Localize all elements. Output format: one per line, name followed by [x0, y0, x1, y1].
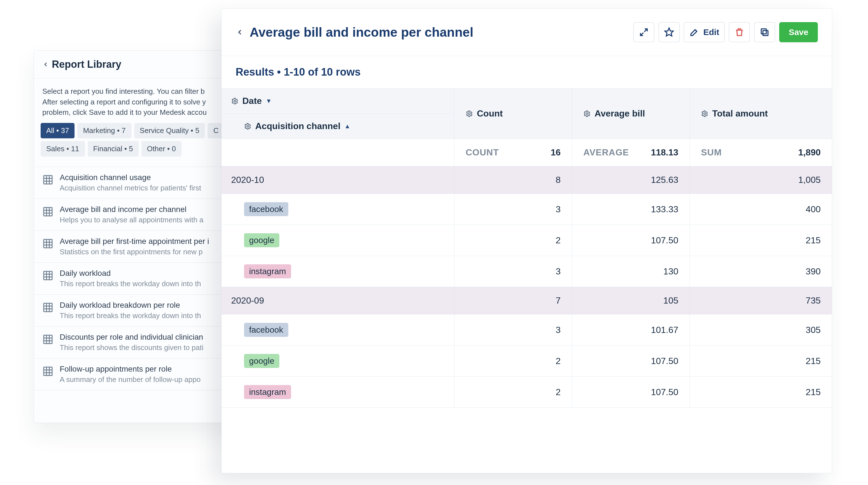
column-count-label: Count: [477, 108, 503, 119]
cell-avg: 107.50: [572, 377, 689, 408]
cell-count: 7: [454, 287, 572, 314]
report-item-subtitle: This report breaks the workday down into…: [60, 280, 201, 288]
delete-button[interactable]: [729, 22, 750, 42]
chevron-left-icon[interactable]: [236, 28, 244, 36]
report-header: Average bill and income per channel Edit…: [222, 9, 832, 56]
dimension-date[interactable]: Date ▼: [222, 89, 454, 114]
table-row: google2107.50215: [222, 346, 832, 377]
report-table: Date ▼ Acquisition channel ▲ Count Avera…: [222, 88, 832, 408]
column-total-label: Total amount: [712, 108, 768, 119]
results-summary: Results • 1-10 of 10 rows: [222, 56, 832, 88]
save-label: Save: [789, 27, 808, 37]
cell-total: 215: [689, 377, 832, 408]
table-header: Date ▼ Acquisition channel ▲ Count Avera…: [222, 89, 832, 139]
cell-channel: google: [222, 346, 454, 376]
cell-total: 215: [689, 346, 832, 376]
filter-chip[interactable]: Sales • 11: [41, 141, 85, 157]
report-item-title: Discounts per role and individual clinic…: [60, 333, 204, 342]
filter-chip[interactable]: Financial • 5: [88, 141, 139, 157]
report-list-item[interactable]: Average bill per first-time appointment …: [34, 230, 246, 262]
report-list-item[interactable]: Daily workload breakdown per roleThis re…: [34, 294, 246, 326]
table-row: 2020-108125.631,005: [222, 166, 832, 194]
report-list-item[interactable]: Average bill and income per channelHelps…: [34, 198, 246, 230]
column-average-bill[interactable]: Average bill: [572, 89, 689, 139]
dimension-channel-label: Acquisition channel: [255, 121, 340, 131]
group-label: 2020-10: [222, 166, 454, 194]
chevron-left-icon[interactable]: [42, 61, 49, 68]
report-list-item[interactable]: Discounts per role and individual clinic…: [34, 326, 246, 358]
cell-total: 1,005: [689, 166, 832, 194]
save-button[interactable]: Save: [779, 22, 818, 42]
svg-rect-30: [44, 367, 52, 376]
svg-marker-37: [665, 28, 673, 36]
edit-label: Edit: [703, 27, 719, 37]
report-title: Average bill and income per channel: [250, 25, 473, 40]
library-description: Select a report you find interesting. Yo…: [34, 78, 246, 123]
filter-chip[interactable]: Service Quality • 5: [134, 123, 205, 138]
star-icon: [664, 27, 674, 37]
cell-count: 3: [454, 315, 572, 345]
dimension-channel[interactable]: Acquisition channel ▲: [222, 114, 454, 139]
cell-total: 305: [689, 315, 832, 345]
cell-avg: 105: [572, 287, 689, 314]
favorite-button[interactable]: [658, 22, 680, 42]
channel-chip: instagram: [244, 264, 291, 278]
filter-chip[interactable]: Other • 0: [142, 141, 182, 157]
svg-rect-25: [44, 335, 52, 344]
svg-point-43: [586, 112, 588, 115]
cell-count: 3: [454, 256, 572, 287]
cell-channel: instagram: [222, 256, 454, 287]
settings-icon: [244, 123, 251, 130]
settings-icon: [231, 97, 239, 105]
table-icon: [42, 366, 54, 377]
filter-chip[interactable]: All • 37: [41, 123, 74, 138]
report-item-subtitle: This report shows the discounts given to…: [60, 343, 204, 352]
table-icon: [42, 302, 54, 313]
report-item-title: Daily workload: [60, 269, 201, 278]
report-list-item[interactable]: Acquisition channel usageAcquisition cha…: [34, 167, 246, 198]
copy-button[interactable]: [754, 22, 775, 42]
cell-total: 215: [689, 225, 832, 256]
trash-icon: [734, 27, 744, 37]
cell-channel: facebook: [222, 194, 454, 225]
svg-point-41: [247, 125, 249, 127]
table-row: instagram2107.50215: [222, 377, 832, 408]
report-item-title: Average bill and income per channel: [60, 205, 204, 214]
cell-channel: facebook: [222, 315, 454, 345]
expand-button[interactable]: [633, 22, 654, 42]
cell-total: 735: [689, 287, 832, 314]
report-list: Acquisition channel usageAcquisition cha…: [34, 167, 246, 390]
cell-channel: google: [222, 225, 454, 256]
report-item-title: Follow-up appointments per role: [60, 364, 200, 374]
column-avg-label: Average bill: [594, 108, 645, 119]
report-item-subtitle: Helps you to analyse all appointments wi…: [60, 216, 204, 224]
svg-rect-5: [44, 207, 52, 216]
agg-count-value: 16: [551, 147, 561, 158]
svg-rect-10: [44, 239, 52, 248]
svg-point-44: [704, 112, 706, 115]
edit-button[interactable]: Edit: [684, 22, 725, 42]
table-row: facebook3101.67305: [222, 315, 832, 346]
column-count[interactable]: Count: [454, 89, 572, 139]
filter-chip[interactable]: Marketing • 7: [77, 123, 131, 138]
svg-point-40: [234, 100, 236, 102]
report-item-subtitle: This report breaks the workday down into…: [60, 312, 201, 320]
column-total-amount[interactable]: Total amount: [689, 89, 832, 139]
report-list-item[interactable]: Follow-up appointments per roleA summary…: [34, 358, 246, 390]
svg-rect-39: [761, 29, 766, 34]
report-library-panel: Report Library Select a report you find …: [34, 51, 247, 423]
library-header: Report Library: [34, 51, 246, 78]
table-row: google2107.50215: [222, 225, 832, 256]
edit-icon: [689, 27, 699, 37]
dimension-date-label: Date: [242, 96, 262, 106]
svg-rect-38: [763, 31, 768, 36]
table-row: instagram3130390: [222, 256, 832, 287]
svg-rect-15: [44, 271, 52, 280]
cell-count: 2: [454, 346, 572, 376]
channel-chip: facebook: [244, 323, 288, 337]
agg-avg-value: 118.13: [651, 147, 678, 158]
cell-count: 8: [454, 166, 572, 194]
channel-chip: google: [244, 233, 279, 247]
report-list-item[interactable]: Daily workloadThis report breaks the wor…: [34, 262, 246, 294]
channel-chip: instagram: [244, 385, 291, 399]
